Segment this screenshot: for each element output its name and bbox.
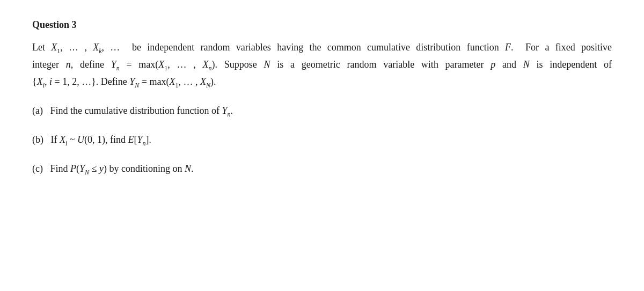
part-b: (b) If Xi ~ U(0, 1), find E[Yn]. (32, 132, 612, 149)
part-c-label: (c) (32, 163, 43, 174)
part-c-text: Find P(YN ≤ y) by conditioning on N. (50, 163, 193, 174)
math-YN: Y (129, 76, 135, 87)
intro-paragraph: Let X1, … , Xk, … be independent random … (32, 39, 612, 91)
math-xk: X (93, 42, 99, 53)
part-c: (c) Find P(YN ≤ y) by conditioning on N. (32, 161, 612, 178)
part-b-text: If Xi ~ U(0, 1), find E[Yn]. (51, 134, 152, 145)
page-container: Question 3 Let X1, … , Xk, … be independ… (0, 0, 644, 291)
intro-text: Let X1, … , Xk, … be independent random … (32, 42, 612, 87)
math-x1: X (51, 42, 57, 53)
question-body: Let X1, … , Xk, … be independent random … (32, 39, 612, 178)
math-F: F (505, 42, 511, 53)
math-N: N (264, 59, 270, 70)
math-n-intro: n (66, 59, 71, 70)
part-a: (a) Find the cumulative distribution fun… (32, 103, 612, 120)
part-a-text: Find the cumulative distribution functio… (50, 105, 232, 116)
part-a-label: (a) (32, 105, 43, 116)
math-Yn: Y (111, 59, 116, 70)
question-title-text: Question 3 (32, 19, 77, 30)
question-title: Question 3 (32, 19, 612, 31)
math-Xi: X (37, 76, 43, 87)
part-b-label: (b) (32, 134, 43, 145)
math-p: p (491, 59, 495, 70)
